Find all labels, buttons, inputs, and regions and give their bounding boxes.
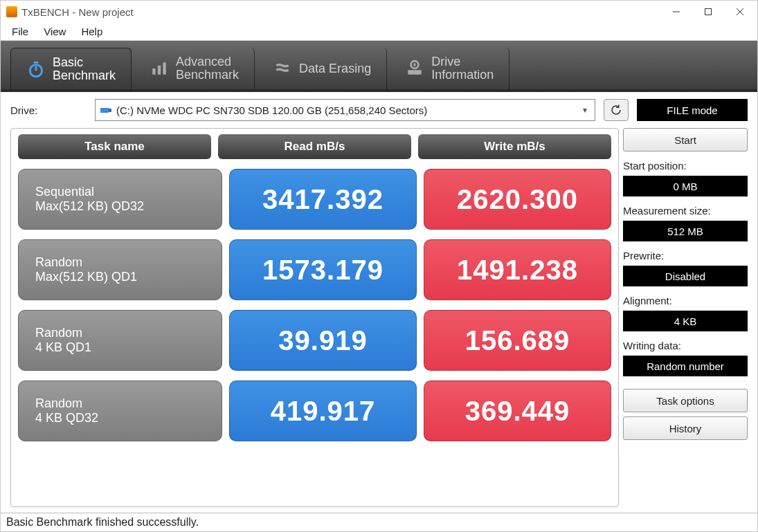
tab-label: Drive	[431, 55, 494, 68]
measurement-size-label: Measurement size:	[623, 205, 748, 217]
status-bar: Basic Benchmark finished successfully.	[1, 513, 757, 531]
minimize-button[interactable]	[660, 1, 692, 22]
header-write: Write mB/s	[418, 134, 611, 159]
close-button[interactable]	[724, 1, 756, 22]
tab-basic-benchmark[interactable]: Basic Benchmark	[10, 48, 132, 89]
task-options-button[interactable]: Task options	[623, 389, 748, 412]
start-position-label: Start position:	[623, 160, 748, 172]
svg-rect-7	[152, 68, 155, 75]
start-position-value[interactable]: 0 MB	[623, 176, 748, 196]
drive-label: Drive:	[10, 104, 87, 116]
read-value: 3417.392	[229, 169, 417, 230]
drive-select[interactable]: (C:) NVMe WDC PC SN730 SDB 120.00 GB (25…	[95, 99, 595, 121]
tab-label: Benchmark	[53, 69, 116, 82]
write-value: 2620.300	[424, 169, 611, 230]
prewrite-label: Prewrite:	[623, 250, 748, 262]
write-value: 156.689	[424, 310, 611, 371]
task-name-line: Max(512 KB) QD32	[35, 199, 222, 214]
task-name-line: Sequential	[35, 185, 222, 199]
prewrite-value[interactable]: Disabled	[623, 266, 748, 286]
svg-rect-1	[705, 9, 712, 15]
alignment-label: Alignment:	[623, 295, 748, 306]
maximize-button[interactable]	[692, 1, 724, 22]
svg-rect-9	[163, 62, 165, 74]
start-button[interactable]: Start	[623, 128, 748, 152]
task-name-line: 4 KB QD1	[35, 340, 222, 355]
tab-label: Information	[431, 68, 494, 82]
tab-data-erasing[interactable]: Data Erasing	[258, 48, 387, 89]
menubar: File View Help	[1, 23, 757, 41]
tab-label: Basic	[53, 56, 116, 69]
task-name-line: Max(512 KB) QD1	[35, 270, 222, 284]
tab-advanced-benchmark[interactable]: Advanced Benchmark	[134, 48, 255, 89]
sidebar: Start Start position: 0 MB Measurement s…	[623, 128, 748, 507]
task-name-line: Random	[35, 396, 222, 411]
task-name-line: 4 KB QD32	[35, 411, 222, 425]
task-name-cell: Random 4 KB QD32	[18, 380, 222, 441]
result-row: Sequential Max(512 KB) QD32 3417.392 262…	[18, 169, 611, 230]
result-row: Random Max(512 KB) QD1 1573.179 1491.238	[18, 239, 611, 300]
read-value: 1573.179	[229, 239, 417, 300]
stopwatch-icon	[26, 59, 46, 79]
task-name-cell: Random 4 KB QD1	[18, 310, 222, 371]
file-mode-button[interactable]: FILE mode	[637, 99, 748, 121]
read-value: 419.917	[229, 380, 417, 441]
refresh-button[interactable]	[604, 99, 629, 121]
tab-label: Advanced	[176, 55, 239, 68]
writing-data-label: Writing data:	[623, 340, 748, 351]
results-panel: Task name Read mB/s Write mB/s Sequentia…	[10, 128, 619, 507]
result-row: Random 4 KB QD32 419.917 369.449	[18, 380, 611, 441]
drive-selected-text: (C:) NVMe WDC PC SN730 SDB 120.00 GB (25…	[116, 104, 578, 116]
tab-drive-information[interactable]: Drive Information	[390, 48, 509, 89]
write-value: 369.449	[424, 380, 611, 441]
header-task: Task name	[18, 134, 211, 159]
erase-icon	[273, 59, 292, 78]
task-name-cell: Sequential Max(512 KB) QD32	[18, 169, 222, 230]
window-title: TxBENCH - New project	[21, 6, 134, 18]
svg-rect-10	[408, 70, 422, 75]
tabbar: Basic Benchmark Advanced Benchmark Data …	[1, 41, 757, 89]
read-value: 39.919	[229, 310, 417, 371]
alignment-value[interactable]: 4 KB	[623, 311, 748, 331]
bar-chart-icon	[150, 59, 169, 78]
writing-data-value[interactable]: Random number	[623, 356, 748, 376]
tab-label: Benchmark	[176, 68, 239, 82]
history-button[interactable]: History	[623, 416, 748, 440]
app-icon	[6, 6, 17, 17]
drive-icon	[100, 105, 112, 115]
task-name-line: Random	[35, 326, 222, 340]
result-row: Random 4 KB QD1 39.919 156.689	[18, 310, 611, 371]
menu-view[interactable]: View	[41, 24, 69, 39]
measurement-size-value[interactable]: 512 MB	[623, 221, 748, 241]
chevron-down-icon: ▾	[578, 105, 592, 115]
tab-label: Data Erasing	[299, 62, 371, 75]
task-name-line: Random	[35, 255, 222, 270]
task-name-cell: Random Max(512 KB) QD1	[18, 239, 222, 300]
drive-row: Drive: (C:) NVMe WDC PC SN730 SDB 120.00…	[1, 89, 757, 128]
header-read: Read mB/s	[218, 134, 411, 159]
svg-rect-14	[109, 109, 111, 112]
menu-help[interactable]: Help	[78, 24, 105, 39]
svg-rect-13	[100, 108, 109, 113]
svg-rect-8	[158, 66, 161, 75]
menu-file[interactable]: File	[9, 24, 31, 39]
drive-info-icon	[405, 59, 424, 78]
titlebar: TxBENCH - New project	[1, 1, 757, 23]
write-value: 1491.238	[424, 239, 611, 300]
